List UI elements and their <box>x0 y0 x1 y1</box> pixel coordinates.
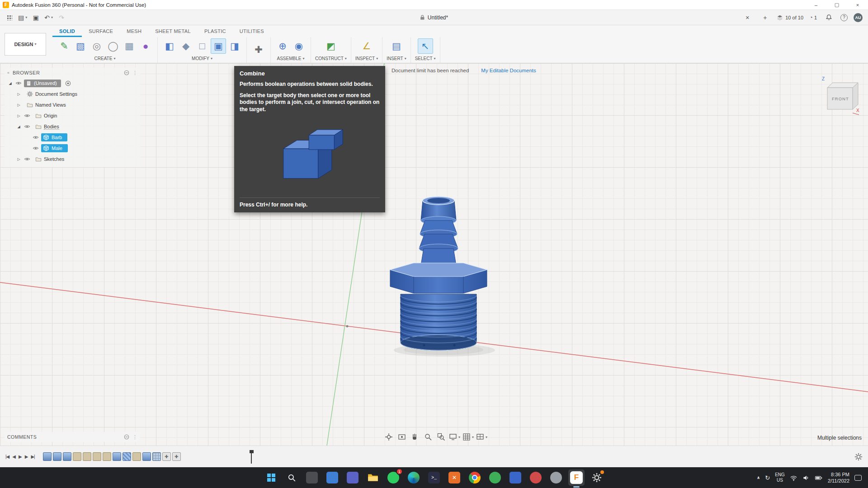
toolbar-group-label[interactable]: MODIFY▾ <box>192 56 212 61</box>
move-feature-icon[interactable]: ✚ <box>172 452 181 461</box>
sketch-feature-icon[interactable] <box>73 452 81 461</box>
visibility-eye-icon[interactable] <box>24 156 30 162</box>
swe ep-icon[interactable]: ◯ <box>105 38 121 54</box>
browser-item[interactable]: Bodies <box>33 122 62 131</box>
pattern-feature-icon[interactable] <box>152 452 161 461</box>
browser-row-male[interactable]: Male <box>5 143 140 154</box>
edge-browser-icon[interactable] <box>406 469 422 486</box>
collapse-panel-icon[interactable]: « <box>7 70 9 75</box>
toolbar-group-label[interactable]: CONSTRUCT▾ <box>315 56 347 61</box>
thread-feature-icon[interactable] <box>123 452 131 461</box>
settings-gear-icon[interactable] <box>589 469 605 486</box>
viewports-icon[interactable]: ▾ <box>476 432 487 442</box>
red-app-icon[interactable] <box>528 469 544 486</box>
timeline-marker-knob[interactable] <box>250 450 254 453</box>
move-copy-icon[interactable]: ✚ <box>251 42 266 57</box>
expander-icon[interactable]: ▷ <box>16 114 22 118</box>
expander-icon[interactable]: ▷ <box>16 92 22 96</box>
model-hose-barb-body[interactable] <box>381 194 496 359</box>
restore-button[interactable]: ▢ <box>826 0 847 9</box>
step-forward-button[interactable]: ▶ <box>25 454 28 459</box>
construction-plane-icon[interactable]: ◩ <box>323 38 339 54</box>
extrude-feature-icon[interactable] <box>53 452 61 461</box>
timeline-marker[interactable] <box>250 450 254 464</box>
sketch-feature-icon[interactable] <box>93 452 101 461</box>
extrude-feature-icon[interactable] <box>142 452 151 461</box>
tab-close-button[interactable]: × <box>741 12 753 23</box>
app-grid-menu-icon[interactable] <box>4 12 15 23</box>
browser-item[interactable]: Origin <box>33 112 60 120</box>
play-button[interactable]: ▶ <box>19 454 22 459</box>
search-button[interactable] <box>283 469 300 486</box>
expander-icon[interactable]: ◢ <box>7 81 13 85</box>
expander-icon[interactable]: ▷ <box>16 157 22 161</box>
minimize-button[interactable]: – <box>806 0 826 9</box>
activate-component-radio-icon[interactable] <box>65 80 71 86</box>
task-view-app-icon[interactable] <box>304 469 320 486</box>
browser-item-pill[interactable]: Barb <box>41 133 67 141</box>
timeline-settings-gear-icon[interactable] <box>854 453 863 461</box>
close-button[interactable]: × <box>847 0 868 9</box>
new-tab-button[interactable]: + <box>759 12 771 23</box>
look-at-icon[interactable] <box>396 432 407 442</box>
panel-grip-handle[interactable]: ⋮ <box>132 70 137 76</box>
toolbar-group-label[interactable]: CREATE▾ <box>94 56 116 61</box>
browser-row--unsaved-[interactable]: ◢(Unsaved) <box>5 78 140 89</box>
sketch-feature-icon[interactable] <box>103 452 111 461</box>
tab-sheet-metal[interactable]: SHEET METAL <box>148 25 198 37</box>
browser-item-pill[interactable]: Male <box>41 144 68 152</box>
tab-solid[interactable]: SOLID <box>52 25 82 37</box>
viewcube[interactable]: Z FRONT X <box>816 73 862 120</box>
viewport-canvas[interactable]: « BROWSER ⋮ ◢(Unsaved)▷Document Settings… <box>0 63 868 446</box>
display-settings-icon[interactable]: ▾ <box>449 432 460 442</box>
tab-mesh[interactable]: MESH <box>120 25 148 37</box>
wifi-icon[interactable] <box>790 474 797 481</box>
extrude-feature-icon[interactable] <box>63 452 71 461</box>
file-explorer-icon[interactable] <box>365 469 381 486</box>
zoom-icon[interactable] <box>423 432 434 442</box>
grid-display-icon[interactable]: ▾ <box>462 432 474 442</box>
insert-image-icon[interactable]: ▤ <box>389 38 404 54</box>
box-primitive-icon[interactable]: ▧ <box>73 38 88 54</box>
browser-row-named-views[interactable]: ▷Named Views <box>5 99 140 110</box>
browser-row-barb[interactable]: Barb <box>5 132 140 143</box>
panel-grip-handle[interactable]: ⋮ <box>132 434 137 440</box>
help-button[interactable]: ? <box>840 14 848 21</box>
shell-icon[interactable]: □ <box>194 38 210 54</box>
pan-icon[interactable] <box>410 432 420 442</box>
revolve-icon[interactable]: ◎ <box>89 38 104 54</box>
press-pull-icon[interactable]: ◧ <box>162 38 177 54</box>
browser-row-document-settings[interactable]: ▷Document Settings <box>5 89 140 99</box>
create-sketch-icon[interactable]: ✎ <box>57 38 72 54</box>
job-queue-button[interactable]: ◔1 <box>809 14 817 21</box>
browser-item-pill[interactable]: (Unsaved) <box>24 80 61 87</box>
chrome-browser-icon[interactable] <box>467 469 483 486</box>
fusion-360-app-icon[interactable]: F <box>568 469 585 486</box>
orange-x-app-icon[interactable]: ✕ <box>446 469 462 486</box>
browser-row-bodies[interactable]: ◢Bodies <box>5 121 140 132</box>
blue-app-icon[interactable] <box>507 469 524 486</box>
fit-icon[interactable] <box>436 432 447 442</box>
visibility-eye-icon[interactable] <box>33 145 39 151</box>
tab-plastic[interactable]: PLASTIC <box>198 25 233 37</box>
browser-item[interactable]: Named Views <box>24 101 69 109</box>
visibility-eye-icon[interactable] <box>24 123 30 130</box>
tab-utilities[interactable]: UTILITIES <box>233 25 271 37</box>
expander-icon[interactable]: ▷ <box>16 103 22 107</box>
whatsapp-icon[interactable]: 1 <box>385 469 401 486</box>
extrude-feature-icon[interactable] <box>43 452 52 461</box>
save-button[interactable]: ▣ <box>30 12 42 23</box>
visibility-eye-icon[interactable] <box>15 80 22 86</box>
file-menu-button[interactable]: ▤▾ <box>16 12 29 23</box>
browser-item[interactable]: Document Settings <box>24 90 80 98</box>
comments-panel[interactable]: COMMENTS ⋮ <box>5 432 140 442</box>
measure-icon[interactable]: ∠ <box>359 38 374 54</box>
browser-item[interactable]: Sketches <box>33 155 67 163</box>
terminal-app-icon[interactable]: >_ <box>426 469 442 486</box>
redo-button[interactable]: ↷ <box>56 12 67 23</box>
green-app-icon[interactable] <box>487 469 503 486</box>
battery-icon[interactable] <box>815 474 823 481</box>
sketch-feature-icon[interactable] <box>83 452 91 461</box>
rectangular-pattern-icon[interactable]: ▦ <box>122 38 137 54</box>
combine-icon[interactable]: ▣ <box>211 38 226 54</box>
